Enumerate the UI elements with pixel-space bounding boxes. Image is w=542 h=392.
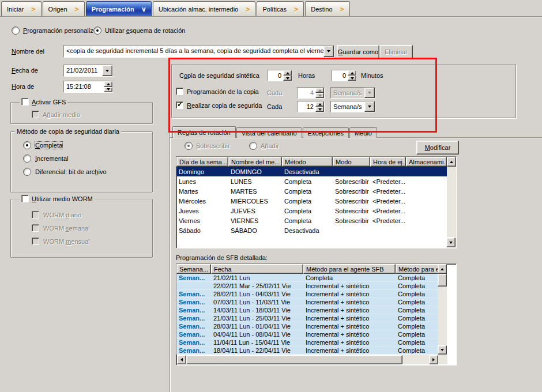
column-header[interactable]: Hora de ej... [370, 157, 406, 167]
cell-date-range: 21/03/11 Lun - 25/03/11 Vie [211, 315, 303, 322]
radio-icon [12, 27, 20, 35]
copy-schedule-checkbox[interactable]: Programación de la copia [176, 88, 259, 95]
cell-week: Seman... [176, 347, 211, 354]
column-header[interactable]: Nombre del me... [228, 157, 282, 167]
column-header[interactable]: Fecha [211, 264, 303, 274]
full-backup-unit-select[interactable]: Semana/s [330, 101, 375, 112]
rotation-scheme-radio[interactable]: Utilizar esquema de rotación [93, 27, 185, 35]
scrollbar-down-button[interactable] [446, 238, 456, 247]
column-header[interactable]: Semana... [176, 264, 211, 274]
worm-checkbox[interactable]: Utilizar medio WORM [20, 195, 95, 202]
wizard-tab[interactable]: Origen > [43, 1, 85, 16]
daily-method-option[interactable]: Incremental [23, 152, 147, 165]
cell-agent-method: Completa [396, 307, 438, 314]
wizard-tab[interactable]: Iniciar > [1, 1, 42, 16]
checkbox-icon [32, 111, 39, 118]
spin-down-button[interactable] [104, 87, 112, 93]
column-header[interactable]: Almacenami... [406, 157, 447, 167]
sfb-table-body: Seman... 21/02/11 Lun Completa Completa … [176, 274, 438, 355]
scrollbar-up-button[interactable] [438, 264, 447, 274]
chevron-icon: v [142, 5, 146, 13]
scrollbar-left-button[interactable] [177, 355, 186, 364]
cell-date-range: 18/04/11 Lun - 22/04/11 Vie [211, 347, 303, 354]
column-header[interactable]: Método [282, 157, 333, 167]
wizard-tab[interactable]: Destino > [305, 1, 350, 16]
dropdown-button[interactable] [102, 65, 112, 76]
spin-down-button[interactable] [283, 76, 292, 81]
scrollbar-down-button[interactable] [438, 345, 447, 355]
daily-method-option[interactable]: Diferencial: bit de archivo [23, 165, 147, 178]
scrollbar-right-button[interactable] [429, 355, 438, 364]
checkbox-checked-icon [176, 101, 183, 109]
synthetic-minutes-spinner[interactable]: 0 [332, 70, 357, 81]
spin-up-button[interactable] [283, 70, 292, 76]
scrollbar-track[interactable] [402, 355, 429, 364]
table-row[interactable]: Seman... 11/04/11 Lun - 15/04/11 Vie Inc… [176, 338, 438, 346]
scrollbar-up-button[interactable] [447, 157, 456, 167]
wizard-tab[interactable]: Programación v [86, 1, 152, 16]
rotation-scheme-label: Utilizar esquema de rotación [105, 27, 185, 34]
column-header[interactable]: Método para el agente SFB [303, 264, 396, 274]
checkbox-icon [32, 211, 39, 218]
table-row[interactable]: Seman... 21/03/11 Lun - 25/03/11 Vie Inc… [176, 314, 438, 322]
arrow-down-icon [318, 108, 322, 111]
rotation-tab[interactable]: Excepciones [303, 127, 349, 138]
column-header[interactable]: Método para el ag [396, 264, 438, 274]
table-row[interactable]: Seman... 07/03/11 Lun - 11/03/11 Vie Inc… [176, 298, 438, 306]
scrollbar-thumb[interactable] [186, 355, 402, 364]
save-as-button[interactable]: Guardar como [337, 45, 379, 59]
full-backup-checkbox[interactable]: Realizar copia de segurida [176, 101, 262, 109]
spin-up-button[interactable] [315, 101, 324, 107]
table-row[interactable]: Lunes LUNES Completa Sobrescribir <Prede… [176, 176, 447, 186]
table-row[interactable]: Seman... 04/04/11 Lun - 08/04/11 Vie Inc… [176, 330, 438, 338]
table-row[interactable]: Jueves JUEVES Completa Sobrescribir <Pre… [176, 206, 447, 216]
wizard-tab[interactable]: Políticas > [257, 1, 304, 16]
hours-label: Horas [298, 72, 315, 79]
spin-down-button[interactable] [348, 76, 356, 81]
custom-schedule-radio[interactable]: Programación personaliz [12, 27, 93, 35]
table-row[interactable]: 22/02/11 Mar - 25/02/11 Vie Incremental … [176, 282, 438, 290]
dropdown-button[interactable] [364, 101, 375, 112]
worm-option-checkbox: WORM semanal [32, 221, 141, 235]
arrow-up-icon [351, 72, 354, 74]
table-row[interactable]: Seman... 28/03/11 Lun - 01/04/11 Vie Inc… [176, 322, 438, 330]
column-header[interactable]: Modo [333, 157, 370, 167]
table-row[interactable]: Seman... 18/04/11 Lun - 22/04/11 Vie Inc… [176, 346, 438, 355]
table-row[interactable]: Miércoles MIÉRCOLES Completa Sobrescribi… [176, 196, 447, 206]
table-row[interactable]: Domingo DOMINGO Desactivada [176, 167, 447, 176]
time-spinner[interactable]: 15:21:08 [63, 81, 113, 93]
table-row[interactable]: Martes MARTES Completa Sobrescribir <Pre… [176, 186, 447, 196]
cada-label: Cada [267, 89, 282, 96]
wizard-tab[interactable]: Ubicación almac. intermedio > [153, 1, 255, 16]
table-row[interactable]: Viernes VIERNES Completa Sobrescribir <P… [176, 216, 447, 225]
scrollbar-thumb[interactable] [438, 274, 447, 287]
rotation-tab[interactable]: Vista del calendario [236, 127, 302, 138]
spin-up-button[interactable] [348, 70, 356, 76]
modify-button[interactable]: Modificar [416, 141, 459, 154]
date-picker[interactable]: 21/02/2011 [63, 65, 113, 77]
minutes-label: Minutos [361, 72, 383, 79]
backup-schedule-window: Iniciar > Origen > Programación v Ubicac… [0, 0, 542, 392]
chevron-down-icon [106, 70, 109, 72]
scrollbar-track[interactable] [447, 167, 456, 237]
wizard-tab-label: Destino [311, 6, 332, 13]
horizontal-scrollbar [177, 355, 447, 364]
table-row[interactable]: Seman... 21/02/11 Lun Completa Completa [176, 274, 438, 282]
full-backup-interval-spinner[interactable]: 12 [297, 101, 325, 112]
column-header[interactable]: Día de la sema... [176, 157, 228, 167]
scheme-name-combobox[interactable]: <copia de seguridad incremental 5 días a… [63, 45, 334, 58]
dropdown-button[interactable] [323, 46, 334, 57]
rotation-tab[interactable]: Reglas de rotación [172, 126, 236, 138]
scrollbar-track[interactable] [438, 287, 447, 345]
table-row[interactable]: Seman... 28/02/11 Lun - 04/03/11 Vie Inc… [176, 290, 438, 298]
rotation-tab[interactable]: Medio [349, 127, 377, 138]
table-row[interactable]: Seman... 14/03/11 Lun - 18/03/11 Vie Inc… [176, 306, 438, 314]
spin-up-button[interactable] [104, 81, 112, 87]
table-row[interactable]: Sábado SÁBADO Desactivada [176, 225, 447, 235]
gfs-checkbox[interactable]: Activar GFS [20, 98, 67, 105]
daily-method-option[interactable]: Completa [23, 138, 147, 152]
synthetic-hours-spinner[interactable]: 0 [267, 70, 292, 81]
scheme-name-value: <copia de seguridad incremental 5 días a… [64, 46, 323, 57]
spin-down-button[interactable] [315, 107, 324, 112]
chevron-icon: > [75, 5, 79, 13]
